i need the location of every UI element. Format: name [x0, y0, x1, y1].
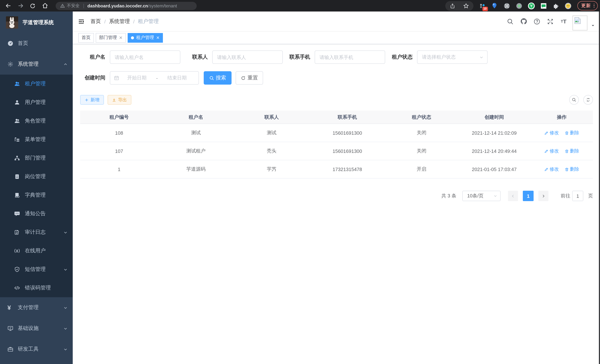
extensions-puzzle-icon[interactable]	[552, 2, 559, 9]
dictionary-icon	[14, 192, 20, 198]
cell-status: 关闭	[385, 124, 458, 142]
sidebar-item-errcode[interactable]: 错误码管理	[0, 279, 73, 297]
edit-link[interactable]: 修改	[544, 130, 559, 136]
field-label: 租户状态	[387, 54, 412, 60]
sidebar-item-infra[interactable]: 基础设施	[0, 318, 73, 339]
extension-tag-assistant-icon[interactable]: 10	[478, 2, 486, 9]
browser-home-icon[interactable]	[40, 1, 49, 10]
sidebar-item-dept[interactable]: 部门管理	[0, 149, 73, 167]
extension-yuque-icon[interactable]	[527, 2, 535, 9]
delete-link[interactable]: 删除	[565, 166, 579, 172]
refresh-table-button[interactable]	[583, 95, 593, 105]
next-page-button[interactable]	[538, 191, 548, 201]
edit-link[interactable]: 修改	[544, 148, 559, 154]
prev-page-button[interactable]	[508, 191, 518, 201]
mobile-input[interactable]	[315, 50, 385, 64]
export-button[interactable]: 导出	[108, 95, 131, 105]
extension-chat-icon[interactable]	[540, 2, 547, 9]
navbar-tools: TT	[501, 12, 600, 30]
sidebar-item-label: 岗位管理	[25, 173, 46, 180]
create-time-range-picker[interactable]: 开始日期 - 结束日期	[110, 71, 199, 84]
browser-update-button[interactable]: 更新	[577, 1, 598, 10]
filter-row-1: 租户名 联系人 联系手机 租户状态 请选择租户状态	[80, 50, 593, 64]
sidebar-item-user[interactable]: 用户管理	[0, 93, 73, 112]
col-created: 创建时间	[458, 111, 531, 124]
goto-page-input[interactable]	[572, 191, 583, 201]
page-size-select[interactable]: 10条/页	[462, 191, 501, 201]
extension-command-icon[interactable]	[503, 2, 510, 9]
avatar-dropdown-caret-icon[interactable]	[591, 24, 595, 27]
address-bar[interactable]: 不安全 dashboard.yudao.iocoder.cn/system/te…	[56, 2, 197, 10]
tab-dept[interactable]: 部门管理	[96, 33, 126, 42]
cell-created: 2021-12-14 20:49:44	[458, 142, 531, 160]
font-size-icon[interactable]: TT	[560, 18, 567, 25]
sidebar-item-label: 审计日志	[25, 229, 46, 236]
page-content: 租户名 联系人 联系手机 租户状态 请选择租户状态	[73, 44, 600, 364]
sidebar-item-label: 角色管理	[25, 118, 46, 124]
table-tools	[569, 95, 593, 105]
trash-icon	[565, 149, 569, 153]
browser-menu-icon[interactable]	[593, 4, 594, 8]
sidebar-item-devtools[interactable]: 研发工具	[0, 339, 73, 360]
page-number-current[interactable]: 1	[523, 191, 534, 201]
filter-mobile: 联系手机	[285, 50, 385, 64]
browser-back-icon[interactable]	[4, 1, 13, 10]
chevron-down-icon	[64, 306, 67, 310]
delete-link[interactable]: 删除	[565, 148, 579, 154]
browser-forward-icon[interactable]	[16, 1, 25, 10]
tenant-name-input[interactable]	[110, 50, 180, 64]
tab-home[interactable]: 首页	[78, 33, 94, 42]
contact-input[interactable]	[212, 50, 283, 64]
fullscreen-icon[interactable]	[547, 18, 554, 25]
sidebar-item-online[interactable]: 在线用户	[0, 242, 73, 260]
edit-link[interactable]: 修改	[544, 166, 559, 172]
status-select[interactable]: 请选择租户状态	[417, 50, 488, 64]
sidebar-item-menu[interactable]: 菜单管理	[0, 130, 73, 149]
select-placeholder: 请选择租户状态	[422, 54, 456, 60]
user-avatar[interactable]	[572, 15, 587, 30]
sidebar-item-tenant[interactable]: 租户管理	[0, 75, 73, 93]
sidebar-item-sms[interactable]: 短信管理	[0, 260, 73, 279]
browser-reload-icon[interactable]	[28, 1, 37, 10]
sidebar-item-audit[interactable]: 审计日志	[0, 223, 73, 242]
add-button[interactable]: 新增	[80, 95, 104, 105]
sidebar-item-post[interactable]: 岗位管理	[0, 167, 73, 186]
briefcase-icon	[7, 346, 13, 352]
col-contact: 联系人	[234, 111, 309, 124]
search-button[interactable]: 搜索	[204, 71, 232, 84]
share-icon[interactable]	[449, 2, 456, 9]
breadcrumb-item[interactable]: 首页	[91, 18, 101, 25]
log-edit-icon	[14, 229, 20, 235]
gear-icon	[7, 61, 13, 67]
sidebar-item-dict[interactable]: 字典管理	[0, 186, 73, 205]
window-edge-scrollbar[interactable]	[599, 11, 600, 364]
reset-button[interactable]: 重置	[236, 71, 263, 84]
sidebar-item-home[interactable]: 首页	[0, 33, 73, 54]
help-icon[interactable]	[533, 18, 541, 25]
sidebar-fold-icon[interactable]	[78, 18, 84, 24]
delete-link[interactable]: 删除	[565, 130, 579, 136]
header-search-icon[interactable]	[506, 18, 514, 25]
tab-label: 部门管理	[99, 35, 117, 41]
sidebar-item-notice[interactable]: 通知公告	[0, 205, 73, 223]
github-icon[interactable]	[520, 18, 527, 25]
profile-avatar-icon[interactable]	[564, 2, 572, 9]
tab-tenant[interactable]: 租户管理	[128, 33, 163, 42]
tab-close-icon[interactable]	[119, 36, 122, 39]
sidebar-item-role[interactable]: 角色管理	[0, 112, 73, 130]
cell-tenant-id: 107	[80, 142, 158, 160]
app-logo-row[interactable]: 芋道管理系统	[0, 11, 73, 33]
field-label: 联系人	[183, 54, 208, 60]
breadcrumb-item[interactable]: 系统管理	[109, 18, 130, 25]
extension-pin-icon[interactable]	[491, 2, 498, 9]
toggle-search-button[interactable]	[569, 95, 579, 105]
sidebar-item-payment[interactable]: ¥ 支付管理	[0, 297, 73, 318]
yen-icon: ¥	[7, 305, 13, 311]
chevron-down-icon	[64, 326, 67, 330]
end-date-placeholder: 结束日期	[159, 75, 195, 81]
sidebar-item-system[interactable]: 系统管理	[0, 54, 73, 75]
tab-close-icon[interactable]	[156, 36, 159, 39]
bookmark-star-icon[interactable]	[462, 2, 469, 9]
refresh-icon	[241, 75, 246, 80]
extension-recorder-icon[interactable]	[515, 2, 523, 9]
